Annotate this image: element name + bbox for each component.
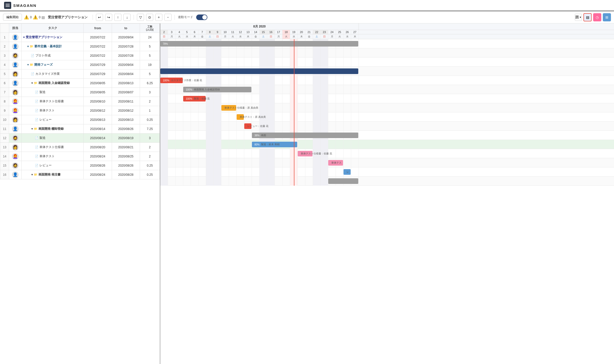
table-row[interactable]: 8👩‍🦰📄単体テスト仕様書2020/08/102020/08/112 xyxy=(0,97,160,106)
task-from: 2020/08/10 xyxy=(83,97,112,106)
gantt-cell xyxy=(229,112,237,122)
avatar: 👩‍🦰 xyxy=(9,106,22,115)
gantt-cell xyxy=(282,112,290,122)
gantt-cell xyxy=(206,167,214,177)
gantt-day-num: 16 xyxy=(267,30,275,34)
gantt-cell xyxy=(321,177,328,186)
table-row[interactable]: 6👤▼📁画面開発 入金確認登録2020/08/052020/08/136.25 xyxy=(0,79,160,88)
table-row[interactable]: 7👩📄製造2020/08/052020/08/073 xyxy=(0,88,160,97)
gantt-cell xyxy=(176,149,183,158)
gantt-cell xyxy=(229,131,237,140)
table-row[interactable]: 2👤▼📁要件定義・基本設計2020/07/222020/07/285 xyxy=(0,42,160,51)
move-down-button[interactable]: ↓ xyxy=(123,14,131,21)
gantt-view-button[interactable]: ▤ xyxy=(583,13,592,21)
gantt-cell xyxy=(282,149,290,158)
gantt-cell xyxy=(176,140,183,149)
gantt-row: レ xyxy=(160,167,614,177)
remove-button[interactable]: － xyxy=(164,14,172,21)
gantt-cell xyxy=(267,112,275,122)
search-button[interactable]: ⊙ xyxy=(146,14,153,21)
gantt-cell xyxy=(282,122,290,131)
gantt-bar: 単体テスト仕様書：原 真由美 xyxy=(221,105,236,111)
table-row[interactable]: 3🧔📄プロト作成2020/07/222020/07/285 xyxy=(0,51,160,60)
gantt-cell xyxy=(160,131,168,140)
move-up-button[interactable]: ↑ xyxy=(114,14,121,21)
clock-view-button[interactable]: ◷ xyxy=(593,13,601,21)
gantt-cell xyxy=(214,94,221,103)
gantt-row: 80%製造：鈴木 和樹 xyxy=(160,140,614,149)
gantt-day-num: 21 xyxy=(305,30,313,34)
gantt-day-of-week: 木 xyxy=(298,34,305,39)
gantt-cell xyxy=(229,158,237,167)
table-row[interactable]: 10👩📄レビュー2020/08/132020/08/130.25 xyxy=(0,115,160,124)
gantt-cell xyxy=(313,112,321,122)
gantt-cell xyxy=(244,167,252,177)
table-row[interactable]: 15🧔📄レビュー2020/08/262020/08/260.25 xyxy=(0,161,160,170)
gantt-cell xyxy=(198,158,206,167)
table-row[interactable]: 11👤▼📁画面開発 棚卸登録2020/08/142020/08/267.25 xyxy=(0,124,160,134)
task-from: 2020/08/14 xyxy=(83,134,112,143)
gantt-cell xyxy=(282,76,290,85)
row-num: 5 xyxy=(0,69,9,79)
gantt-cell xyxy=(191,140,198,149)
gantt-cell xyxy=(191,131,198,140)
view-grid-dropdown[interactable]: 囲 ▼ xyxy=(575,14,582,21)
task-to: 2020/08/28 xyxy=(112,170,140,179)
gantt-bar: レビュー：佐藤 花 xyxy=(244,123,251,129)
gantt-day-num: 4 xyxy=(176,30,183,34)
gantt-cell xyxy=(336,57,344,67)
task-cost: 5 xyxy=(140,69,160,79)
table-row[interactable]: 16👤▼📁画面開発 発注書2020/08/242020/08/280.25 xyxy=(0,170,160,179)
col-header-num xyxy=(0,24,9,33)
gantt-cell xyxy=(328,76,336,85)
gantt-cell xyxy=(275,177,282,186)
toolbar-right: 囲 ▼ ▤ ◷ ⊞ xyxy=(575,13,611,21)
task-name: ▼📁画面開発 発注書 xyxy=(22,170,84,179)
table-row[interactable]: 12🧔📄製造2020/08/142020/08/193 xyxy=(0,134,160,143)
task-name: ▼📁要件定義・基本設計 xyxy=(22,42,84,51)
task-to: 2020/07/28 xyxy=(112,51,140,60)
gantt-cell xyxy=(198,131,206,140)
gantt-cell xyxy=(351,122,359,131)
mode-toggle[interactable] xyxy=(196,14,207,20)
task-to: 2020/08/26 xyxy=(112,161,140,170)
gantt-cell xyxy=(298,140,305,149)
gantt-cell xyxy=(214,57,221,67)
task-to: 2020/08/07 xyxy=(112,88,140,97)
gantt-bar: 78% xyxy=(160,41,358,47)
gantt-cell xyxy=(252,149,260,158)
bar-text: カスタマイズ作業：佐藤 花 xyxy=(171,79,202,82)
redo-button[interactable]: ↪ xyxy=(105,14,112,21)
table-row[interactable]: 13👩📄単体テスト仕様書2020/08/202020/08/212 xyxy=(0,143,160,152)
table-row[interactable]: 14👩‍🦰📄単体テスト2020/08/242020/08/252 xyxy=(0,152,160,161)
gantt-cell xyxy=(328,57,336,67)
table-row[interactable]: 9👩‍🦰📄単体テスト2020/08/122020/08/121 xyxy=(0,106,160,115)
task-name: 📄プロト作成 xyxy=(22,51,84,60)
table-row[interactable]: 1👤▼受注管理アプリケーション2020/07/222020/09/0424 xyxy=(0,33,160,42)
table-row[interactable]: 5👩📄カスタマイズ作業2020/07/292020/08/045 xyxy=(0,69,160,79)
gantt-cell xyxy=(221,48,229,57)
gantt-cell xyxy=(275,112,282,122)
task-name: ▼📁開発フェーズ xyxy=(22,60,84,69)
gantt-cell xyxy=(305,122,313,131)
task-name: 📄製造 xyxy=(22,88,84,97)
gantt-row xyxy=(160,67,614,76)
gantt-row: 38%画面 xyxy=(160,131,614,140)
gantt-cell xyxy=(191,48,198,57)
gantt-cell xyxy=(351,149,359,158)
table-row[interactable]: 4👤▼📁開発フェーズ2020/07/292020/09/0419 xyxy=(0,60,160,69)
edit-button[interactable]: 編集開始 xyxy=(3,14,22,21)
gantt-cell xyxy=(176,177,183,186)
gantt-day-num: 8 xyxy=(206,30,214,34)
undo-button[interactable]: ↩ xyxy=(96,14,103,21)
gantt-cell xyxy=(328,103,336,112)
row-num: 3 xyxy=(0,51,9,60)
gantt-day-of-week: 金 xyxy=(252,34,260,39)
add-button[interactable]: ＋ xyxy=(155,14,162,21)
gantt-day-num: 7 xyxy=(198,30,206,34)
gantt-cell xyxy=(160,48,168,57)
camera-view-button[interactable]: ⊞ xyxy=(603,13,611,21)
gantt-cell xyxy=(160,85,168,94)
gantt-day-num: 12 xyxy=(237,30,244,34)
filter-button[interactable]: ▽ xyxy=(137,14,144,21)
